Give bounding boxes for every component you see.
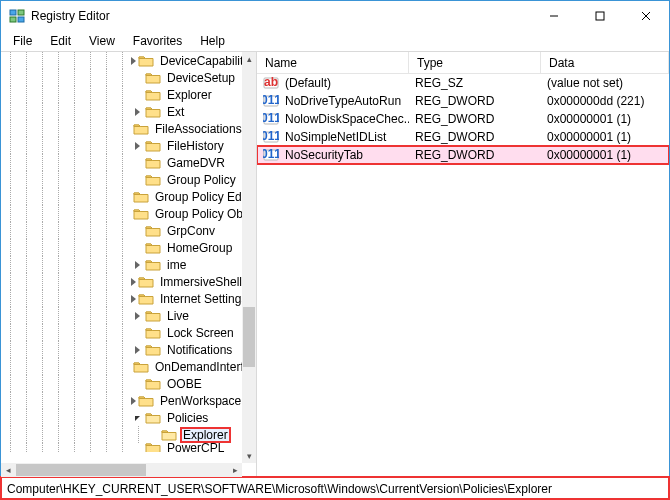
tree-item[interactable]: ImmersiveShell: [1, 273, 242, 290]
folder-icon: [145, 224, 161, 238]
minimize-button[interactable]: [531, 1, 577, 31]
tree-item[interactable]: GameDVR: [1, 154, 242, 171]
tree-item[interactable]: Group Policy Edit: [1, 188, 242, 205]
tree-item[interactable]: Group Policy: [1, 171, 242, 188]
value-row[interactable]: 011NoSimpleNetIDListREG_DWORD0x00000001 …: [257, 128, 669, 146]
tree-hscroll-thumb[interactable]: [16, 464, 146, 476]
status-bar-path: Computer\HKEY_CURRENT_USER\SOFTWARE\Micr…: [1, 477, 669, 499]
values-pane: Name Type Data ab(Default)REG_SZ(value n…: [257, 52, 669, 477]
tree-item[interactable]: FileHistory: [1, 137, 242, 154]
dword-value-icon: 011: [263, 147, 279, 163]
tree-item[interactable]: Notifications: [1, 341, 242, 358]
tree-item[interactable]: DeviceCapabilitie: [1, 52, 242, 69]
expand-icon[interactable]: [131, 412, 143, 424]
expand-icon[interactable]: [131, 310, 143, 322]
tree-item[interactable]: Explorer: [1, 426, 242, 443]
tree-label: Explorer: [181, 428, 230, 442]
expand-icon[interactable]: [131, 395, 136, 407]
value-type: REG_DWORD: [409, 130, 541, 144]
expand-spacer: [131, 89, 143, 101]
tree-item[interactable]: Ext: [1, 103, 242, 120]
expand-spacer: [131, 378, 143, 390]
scroll-down-icon[interactable]: ▾: [242, 449, 256, 463]
value-row[interactable]: 011NolowDiskSpaceChec...REG_DWORD0x00000…: [257, 110, 669, 128]
folder-icon: [145, 377, 161, 391]
value-row[interactable]: 011NoSecurityTabREG_DWORD0x00000001 (1): [257, 146, 669, 164]
tree-item[interactable]: Policies: [1, 409, 242, 426]
tree-item[interactable]: Explorer: [1, 86, 242, 103]
value-name: (Default): [285, 76, 331, 90]
value-row[interactable]: 011NoDriveTypeAutoRunREG_DWORD0x000000dd…: [257, 92, 669, 110]
svg-text:011: 011: [263, 111, 279, 125]
tree-item[interactable]: GrpConv: [1, 222, 242, 239]
values-list[interactable]: ab(Default)REG_SZ(value not set)011NoDri…: [257, 74, 669, 477]
svg-rect-2: [10, 17, 16, 22]
expand-icon[interactable]: [131, 140, 143, 152]
folder-icon: [145, 156, 161, 170]
svg-text:011: 011: [263, 93, 279, 107]
tree-label: FileAssociations: [153, 122, 242, 136]
tree-label: ime: [165, 258, 188, 272]
menu-file[interactable]: File: [5, 32, 40, 50]
tree-item[interactable]: DeviceSetup: [1, 69, 242, 86]
value-data: 0x00000001 (1): [541, 130, 669, 144]
menu-view[interactable]: View: [81, 32, 123, 50]
tree-item[interactable]: HomeGroup: [1, 239, 242, 256]
tree-label: ImmersiveShell: [158, 275, 242, 289]
expand-icon[interactable]: [131, 106, 143, 118]
tree-item[interactable]: PowerCPL: [1, 443, 242, 452]
folder-icon: [133, 190, 149, 204]
tree-item[interactable]: Lock Screen: [1, 324, 242, 341]
tree-label: HomeGroup: [165, 241, 234, 255]
maximize-button[interactable]: [577, 1, 623, 31]
value-data: (value not set): [541, 76, 669, 90]
col-name[interactable]: Name: [257, 52, 409, 73]
folder-icon: [138, 292, 154, 306]
tree-label: Notifications: [165, 343, 234, 357]
expand-spacer: [131, 443, 143, 452]
tree-label: DeviceCapabilitie: [158, 54, 242, 68]
folder-icon: [138, 54, 154, 68]
tree-vscroll[interactable]: ▴ ▾: [242, 52, 256, 463]
folder-icon: [161, 428, 177, 442]
folder-icon: [145, 173, 161, 187]
expand-icon[interactable]: [131, 55, 136, 67]
scroll-left-icon[interactable]: ◂: [1, 463, 15, 477]
registry-tree[interactable]: DeviceCapabilitie DeviceSetup Explorer E…: [1, 52, 242, 463]
tree-item[interactable]: Internet Settings: [1, 290, 242, 307]
tree-item[interactable]: OnDemandInterfac: [1, 358, 242, 375]
menu-edit[interactable]: Edit: [42, 32, 79, 50]
svg-text:011: 011: [263, 129, 279, 143]
tree-label: Policies: [165, 411, 210, 425]
tree-label: Group Policy Edit: [153, 190, 242, 204]
value-name: NoSimpleNetIDList: [285, 130, 386, 144]
tree-vscroll-thumb[interactable]: [243, 307, 255, 367]
tree-hscroll[interactable]: ◂ ▸: [1, 463, 242, 477]
folder-icon: [145, 411, 161, 425]
menu-favorites[interactable]: Favorites: [125, 32, 190, 50]
col-type[interactable]: Type: [409, 52, 541, 73]
tree-item[interactable]: ime: [1, 256, 242, 273]
tree-label: Ext: [165, 105, 186, 119]
menu-help[interactable]: Help: [192, 32, 233, 50]
tree-item[interactable]: FileAssociations: [1, 120, 242, 137]
tree-label: GrpConv: [165, 224, 217, 238]
tree-item[interactable]: OOBE: [1, 375, 242, 392]
tree-item[interactable]: Live: [1, 307, 242, 324]
expand-icon[interactable]: [131, 344, 143, 356]
tree-item[interactable]: PenWorkspace: [1, 392, 242, 409]
main-split: DeviceCapabilitie DeviceSetup Explorer E…: [1, 51, 669, 477]
value-name: NoDriveTypeAutoRun: [285, 94, 401, 108]
expand-spacer: [131, 174, 143, 186]
expand-icon[interactable]: [131, 293, 136, 305]
scroll-right-icon[interactable]: ▸: [228, 463, 242, 477]
folder-icon: [145, 326, 161, 340]
col-data[interactable]: Data: [541, 52, 669, 73]
scroll-up-icon[interactable]: ▴: [242, 52, 256, 66]
expand-icon[interactable]: [131, 276, 136, 288]
close-button[interactable]: [623, 1, 669, 31]
value-row[interactable]: ab(Default)REG_SZ(value not set): [257, 74, 669, 92]
expand-icon[interactable]: [131, 259, 143, 271]
dword-value-icon: 011: [263, 111, 279, 127]
tree-item[interactable]: Group Policy Obje: [1, 205, 242, 222]
